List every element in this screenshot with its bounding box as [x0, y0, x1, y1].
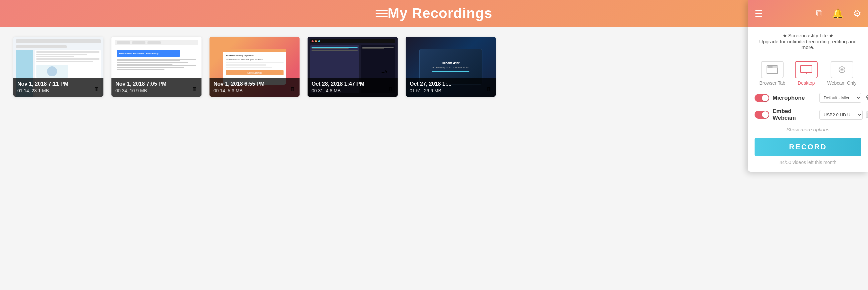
video-info: Nov 1, 2018 6:55 PM 00:14, 5.3 MB [210, 78, 300, 97]
video-meta: 01:51, 26.6 MB [410, 88, 492, 93]
webcam-svg [837, 65, 847, 74]
video-card[interactable]: Nov 1, 2018 7:11 PM 01:14, 23.1 MB 🗑 [13, 37, 103, 97]
video-info: Nov 1, 2018 7:11 PM 01:14, 23.1 MB [13, 78, 103, 97]
gear-icon[interactable]: ⚙ [853, 8, 861, 19]
microphone-select[interactable]: Default - Micr... [819, 93, 861, 103]
page-title: My Recordings [388, 5, 492, 21]
webcam-icon-box [831, 61, 853, 78]
video-date: Oct 28, 2018 1:47 PM [312, 81, 394, 87]
popup-body: ★ Screencastify Lite ★ Upgrade for unlim… [748, 27, 868, 172]
desktop-label: Desktop [798, 80, 815, 86]
hamburger-popup-icon[interactable]: ☰ [754, 8, 763, 19]
main-content: Nov 1, 2018 7:11 PM 01:14, 23.1 MB 🗑 [0, 27, 868, 107]
webcam-preview-icon[interactable]: ⬜ [866, 111, 868, 118]
webcam-row: Embed Webcam USB2.0 HD U... ⬜ [754, 108, 861, 121]
microphone-row: Microphone Default - Micr... 🎙 [754, 93, 861, 103]
video-thumbnail: ↗ Oct 28, 2018 1:47 PM 00:31, 4.8 MB 🗑 [308, 37, 398, 97]
video-thumbnail: Dream Afar A new way to explore the worl… [406, 37, 496, 97]
webcam-label: Webcam Only [827, 80, 857, 86]
video-meta: 00:14, 5.3 MB [214, 88, 296, 93]
svg-rect-2 [768, 66, 773, 68]
desktop-icon-box [795, 61, 818, 78]
screencastify-popup: ☰ ⧉ 🔔 ⚙ ★ Screencastify Lite ★ Upgrade f… [748, 0, 868, 172]
mic-icon: 🎙 [865, 94, 868, 101]
video-meta: 00:31, 4.8 MB [312, 88, 394, 93]
webcam-select[interactable]: USB2.0 HD U... [819, 110, 863, 120]
webcam-toggle[interactable] [754, 111, 769, 119]
video-meta: 00:34, 10.9 MB [116, 88, 197, 93]
video-thumbnail: Screencastify Options Where should we sa… [210, 37, 300, 97]
bell-icon[interactable]: 🔔 [832, 8, 844, 19]
popup-header: ☰ ⧉ 🔔 ⚙ [748, 0, 868, 27]
upgrade-bar: ★ Screencastify Lite ★ Upgrade for unlim… [754, 33, 861, 55]
browser-tab-svg [767, 65, 778, 74]
record-button[interactable]: RECORD [754, 138, 861, 156]
video-date: Nov 1, 2018 7:05 PM [116, 81, 197, 87]
video-card[interactable]: Dream Afar A new way to explore the worl… [406, 37, 496, 97]
video-date: Nov 1, 2018 6:55 PM [214, 81, 296, 87]
microphone-toggle[interactable] [754, 94, 769, 102]
upgrade-suffix: for unlimited recording, editing and mor… [779, 39, 857, 50]
video-info: Nov 1, 2018 7:05 PM 00:34, 10.9 MB [112, 78, 202, 97]
browser-tab-label: Browser Tab [759, 80, 785, 86]
tab-webcam[interactable]: Webcam Only [827, 61, 857, 86]
delete-button[interactable]: 🗑 [388, 86, 394, 92]
video-grid: Nov 1, 2018 7:11 PM 01:14, 23.1 MB 🗑 [13, 37, 855, 97]
video-card[interactable]: ↗ Oct 28, 2018 1:47 PM 00:31, 4.8 MB 🗑 [308, 37, 398, 97]
video-date: Oct 27, 2018 1:... [410, 81, 492, 87]
video-card[interactable]: Free Screen Recorders: Your Policy Nov 1… [112, 37, 202, 97]
video-thumbnail: Free Screen Recorders: Your Policy Nov 1… [112, 37, 202, 97]
desktop-svg [800, 65, 812, 74]
copy-icon[interactable]: ⧉ [816, 8, 823, 19]
svg-point-8 [841, 69, 843, 70]
videos-left-label: 44/50 videos left this month [754, 160, 861, 165]
header: My Recordings [0, 0, 868, 27]
delete-button[interactable]: 🗑 [290, 86, 296, 92]
tab-desktop[interactable]: Desktop [795, 61, 818, 86]
record-type-tabs: Browser Tab Desktop [754, 61, 861, 86]
video-thumbnail: Nov 1, 2018 7:11 PM 01:14, 23.1 MB 🗑 [13, 37, 103, 97]
video-date: Nov 1, 2018 7:11 PM [17, 81, 99, 87]
delete-button[interactable]: 🗑 [192, 86, 197, 92]
video-card[interactable]: Screencastify Options Where should we sa… [210, 37, 300, 97]
video-meta: 01:14, 23.1 MB [17, 88, 99, 93]
browser-tab-icon-box [761, 61, 784, 78]
upgrade-link[interactable]: Upgrade [759, 39, 779, 44]
video-info: Oct 28, 2018 1:47 PM 00:31, 4.8 MB [308, 78, 398, 97]
delete-button[interactable]: 🗑 [94, 86, 99, 92]
webcam-embed-label: Embed Webcam [773, 108, 816, 121]
hamburger-menu[interactable] [376, 8, 388, 19]
video-info: Oct 27, 2018 1:... 01:51, 26.6 MB [406, 78, 496, 97]
delete-button[interactable]: 🗑 [486, 86, 492, 92]
microphone-label: Microphone [773, 95, 816, 101]
tier-label: ★ Screencastify Lite ★ [783, 33, 834, 38]
tab-browser[interactable]: Browser Tab [759, 61, 785, 86]
show-more-options[interactable]: Show more options [754, 127, 861, 132]
svg-rect-3 [801, 65, 812, 73]
